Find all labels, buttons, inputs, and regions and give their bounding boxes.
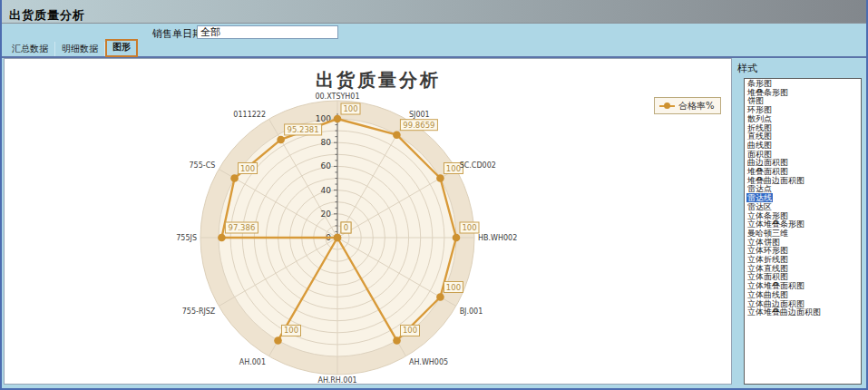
svg-text:0: 0 (344, 223, 348, 232)
svg-text:20: 20 (321, 210, 332, 219)
content-area: 02040608010010099.8659100100100100010009… (2, 56, 866, 385)
svg-text:SC.CD002: SC.CD002 (460, 161, 496, 170)
svg-text:97.386: 97.386 (229, 223, 256, 232)
svg-text:BJ.001: BJ.001 (460, 307, 483, 316)
svg-text:95.2381: 95.2381 (288, 125, 319, 134)
svg-text:AH.RH.001: AH.RH.001 (317, 376, 356, 384)
style-panel: 样式 条形图堆叠条形图饼图环形图散列点折线图直线图曲线图面积图曲边面积图堆叠面积… (732, 58, 866, 385)
svg-text:100: 100 (446, 164, 461, 173)
svg-text:SJ001: SJ001 (409, 111, 430, 119)
radar-chart: 02040608010010099.8659100100100100010009… (5, 59, 731, 384)
svg-text:100: 100 (446, 283, 461, 292)
tab-strip: 汇总数据明细数据图形 (2, 43, 866, 56)
svg-text:100: 100 (403, 326, 417, 335)
tab-detail-data[interactable]: 明细数据 (55, 42, 105, 56)
style-option[interactable]: 立体堆叠曲边面积图 (746, 308, 861, 317)
svg-text:100: 100 (240, 164, 255, 173)
svg-text:99.8659: 99.8659 (403, 121, 434, 130)
svg-text:755-CS: 755-CS (190, 161, 216, 170)
svg-text:755JS: 755JS (176, 234, 197, 242)
tab-chart[interactable]: 图形 (105, 39, 138, 57)
style-listbox[interactable]: 条形图堆叠条形图饼图环形图散列点折线图直线图曲线图面积图曲边面积图堆叠面积图堆叠… (744, 78, 862, 385)
window-title: 出货质量分析 (9, 8, 85, 22)
svg-text:100: 100 (343, 104, 357, 113)
tab-summary-data[interactable]: 汇总数据 (5, 42, 55, 56)
date-input[interactable] (197, 25, 338, 39)
svg-text:755-RJSZ: 755-RJSZ (182, 307, 216, 316)
legend-series-label: 合格率% (678, 100, 715, 112)
svg-text:AH.WH005: AH.WH005 (409, 358, 448, 366)
svg-text:HB.WH002: HB.WH002 (478, 234, 517, 242)
chart-panel: 02040608010010099.8659100100100100010009… (4, 58, 732, 385)
svg-text:100: 100 (462, 223, 476, 232)
chart-legend: 合格率% (654, 97, 721, 114)
legend-series-marker-icon (659, 102, 675, 109)
svg-text:60: 60 (321, 161, 332, 171)
svg-text:00.XTSYH01: 00.XTSYH01 (315, 93, 359, 101)
style-panel-title: 样式 (737, 62, 866, 75)
svg-text:出货质量分析: 出货质量分析 (316, 69, 441, 91)
app-window: 出货质量分析 销售单日期 汇总数据明细数据图形 0204060801001009… (0, 0, 868, 390)
svg-text:40: 40 (321, 186, 332, 195)
svg-text:100: 100 (284, 326, 298, 335)
date-field-label: 销售单日期 (152, 27, 202, 41)
svg-text:AH.001: AH.001 (239, 358, 266, 366)
svg-text:80: 80 (321, 138, 332, 147)
svg-text:0111222: 0111222 (233, 111, 266, 119)
window-title-bar: 出货质量分析 (2, 0, 866, 24)
